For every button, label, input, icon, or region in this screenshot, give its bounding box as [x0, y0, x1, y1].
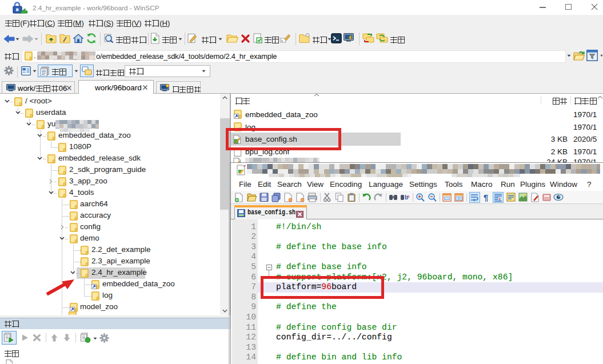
svg-text:x: x — [281, 39, 283, 42]
svg-text:a: a — [407, 194, 410, 199]
